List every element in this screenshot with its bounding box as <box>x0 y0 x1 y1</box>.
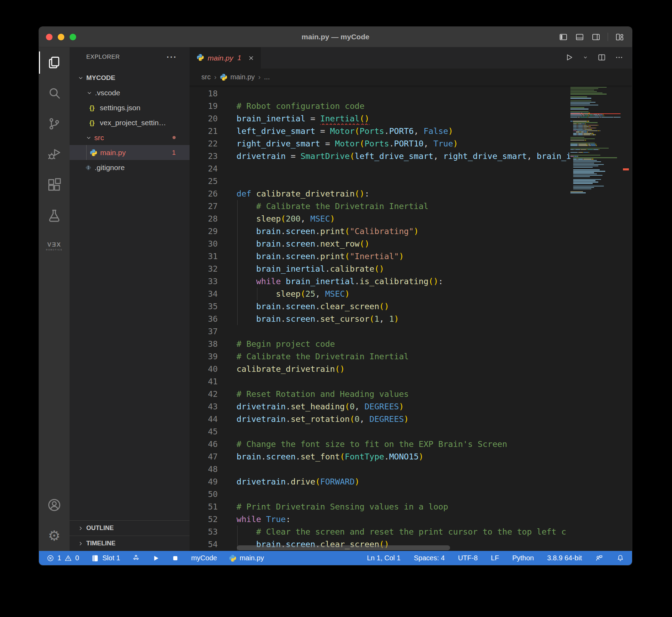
minimap-line <box>570 87 621 88</box>
tree-item--gitignore[interactable]: .gitignore <box>70 160 190 175</box>
tree-item-src[interactable]: src <box>70 130 190 145</box>
minimap-line <box>570 128 621 128</box>
code-line-20: 20brain_inertial = Inertial() <box>190 112 570 125</box>
code-token: right_drive_smart <box>237 139 320 149</box>
code-line-text: drivetrain.drive(FORWARD) <box>218 475 570 488</box>
run-icon[interactable] <box>565 53 574 63</box>
horizontal-scrollbar[interactable] <box>237 545 450 550</box>
breadcrumb-label: src <box>201 73 211 81</box>
minimap-line <box>570 119 621 120</box>
code-line-36: 36 brain.screen.set_cursor(1, 1) <box>190 313 570 325</box>
error-squiggle-token: () <box>360 114 369 123</box>
minimap[interactable] <box>570 87 621 551</box>
code-token: . <box>281 226 286 236</box>
layout-sidebar-right-icon[interactable] <box>591 32 601 42</box>
activity-item-source-control[interactable] <box>39 109 70 139</box>
indent-guide <box>257 288 257 300</box>
code-token: FontType <box>345 452 384 462</box>
code-line-52: 52while True: <box>190 513 570 526</box>
minimap-line <box>570 113 621 113</box>
status-encoding[interactable]: UTF-8 <box>458 554 478 562</box>
tree-item-mycode[interactable]: MYCODE <box>70 70 190 85</box>
activity-item-explorer[interactable] <box>39 47 70 78</box>
explorer-header: EXPLORER ··· <box>70 47 190 67</box>
minimap-line <box>570 178 621 178</box>
code-token: , <box>355 402 365 411</box>
explorer-sidebar: EXPLORER ··· MYCODE.vscode{}settings.jso… <box>70 47 190 551</box>
status-vex-slot[interactable]: Slot 1 <box>91 554 120 562</box>
indent-guide <box>237 250 238 263</box>
activity-item-settings[interactable]: ⚙ <box>39 520 70 551</box>
minimap-line <box>570 106 621 106</box>
status-language-mode[interactable]: Python <box>512 554 534 562</box>
status-stop-project[interactable] <box>171 554 179 562</box>
status-feedback[interactable] <box>595 554 603 562</box>
code-token: DEGREES <box>365 402 399 411</box>
activity-item-testing[interactable] <box>39 200 70 231</box>
code-token: ) <box>448 126 453 136</box>
status-vex-blocks[interactable] <box>132 554 140 562</box>
more-actions-icon[interactable] <box>615 53 624 63</box>
status-run-project[interactable] <box>152 554 160 562</box>
status-cursor-position[interactable]: Ln 1, Col 1 <box>367 554 401 562</box>
code-content: 1819# Robot configuration code20brain_in… <box>190 86 570 551</box>
layout-sidebar-left-icon[interactable] <box>559 32 568 42</box>
code-token <box>237 289 276 299</box>
close-window-button[interactable] <box>46 34 53 40</box>
status-python-interpreter[interactable]: 3.8.9 64-bit <box>547 554 582 562</box>
tree-item-settings-json[interactable]: {}settings.json <box>70 100 190 115</box>
code-token: while <box>237 514 261 524</box>
status-project-name[interactable]: myCode <box>191 554 217 562</box>
minimap-line <box>570 118 621 119</box>
status-problems[interactable]: 10 <box>47 554 79 562</box>
activity-item-vex[interactable]: VƎXROBOTICS <box>39 231 70 262</box>
tree-item--vscode[interactable]: .vscode <box>70 85 190 100</box>
code-token <box>237 214 256 224</box>
chevron-down-icon <box>86 89 95 96</box>
code-token <box>237 314 256 324</box>
tab-main-py[interactable]: main.py 1 <box>190 47 261 69</box>
explorer-more-actions-icon[interactable]: ··· <box>167 52 177 62</box>
status-indentation[interactable]: Spaces: 4 <box>414 554 445 562</box>
breadcrumb-item-src[interactable]: src <box>201 73 211 81</box>
sidebar-panel-outline[interactable]: OUTLINE <box>70 520 190 536</box>
code-token: , <box>414 126 423 136</box>
code-token: True <box>433 139 453 149</box>
code-line-53: 53 # Clear the screen and reset the prin… <box>190 526 570 538</box>
activity-item-run-debug[interactable] <box>39 139 70 170</box>
minimize-window-button[interactable] <box>58 34 64 40</box>
activity-item-search[interactable] <box>39 78 70 109</box>
layout-panel-bottom-icon[interactable] <box>575 32 584 42</box>
status-notifications[interactable] <box>616 554 624 562</box>
split-editor-icon[interactable] <box>597 53 606 63</box>
status-active-file[interactable]: main.py <box>229 554 264 562</box>
overview-ruler[interactable] <box>621 86 632 551</box>
minimap-line <box>570 131 621 132</box>
tree-item-label: main.py <box>100 149 128 157</box>
minimap-line <box>570 191 621 192</box>
code-token: : <box>365 189 369 199</box>
chevron-down-small-icon[interactable] <box>582 54 589 62</box>
code-token: # Calibrate the Drivetrain Inertial <box>256 201 429 211</box>
tree-item-main-py[interactable]: main.py1 <box>70 145 190 160</box>
customize-layout-icon[interactable] <box>615 32 624 42</box>
tree-item-vex-project-settin-[interactable]: {}vex_project_settin… <box>70 115 190 130</box>
code-token: brain_inertial <box>286 277 355 286</box>
code-token: . <box>286 477 290 487</box>
minimap-line <box>570 189 621 189</box>
activity-item-accounts[interactable] <box>39 490 70 520</box>
code-token: screen <box>286 239 315 249</box>
code-token: sleep <box>276 289 301 299</box>
code-editor[interactable]: 1819# Robot configuration code20brain_in… <box>190 86 632 551</box>
status-eol[interactable]: LF <box>491 554 499 562</box>
tab-label: main.py <box>208 54 233 62</box>
close-tab-icon[interactable] <box>248 55 255 62</box>
breadcrumb-item-main-py[interactable]: main.py <box>220 73 255 81</box>
error-squiggle-token: Inertial <box>320 114 360 123</box>
cubes-icon <box>132 554 140 562</box>
activity-item-extensions[interactable] <box>39 170 70 200</box>
sidebar-panel-timeline[interactable]: TIMELINE <box>70 536 190 551</box>
chevron-right-icon <box>77 540 84 547</box>
zoom-window-button[interactable] <box>70 34 76 40</box>
breadcrumb-item--[interactable]: ... <box>264 73 270 81</box>
